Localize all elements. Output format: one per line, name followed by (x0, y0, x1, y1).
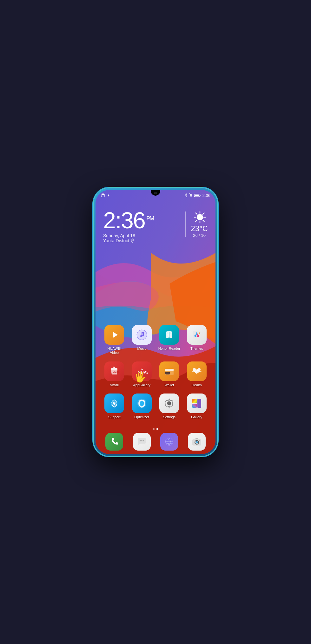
location-icon (130, 238, 134, 243)
svg-rect-3 (102, 194, 104, 195)
status-right-icons: 2:36 (184, 193, 210, 198)
app-appgallery[interactable]: HUAWEI AppGallery 🖐 (131, 361, 153, 387)
app-optimizer[interactable]: Optimizer (131, 394, 153, 419)
wallet-label: Wallet (164, 383, 174, 387)
clock-date: Sunday, April 18 (103, 233, 180, 238)
wallet-icon[interactable] (159, 361, 179, 381)
browser-icon[interactable] (160, 433, 178, 451)
bell-mute-icon (189, 193, 193, 198)
svg-point-24 (197, 335, 199, 337)
settings-icon[interactable] (159, 394, 179, 413)
app-vmall[interactable]: VMALL Vmall (103, 361, 125, 387)
status-time: 2:36 (202, 193, 210, 198)
optimizer-icon[interactable] (132, 394, 152, 413)
front-camera (154, 192, 157, 194)
app-music[interactable]: Music (131, 325, 153, 355)
vmall-label: Vmall (110, 383, 119, 387)
music-label: Music (137, 347, 146, 351)
camera-icon[interactable] (188, 433, 206, 451)
honor-reader-label: Honor Reader (158, 347, 180, 351)
svg-point-36 (140, 440, 141, 441)
app-huawei-video[interactable]: HUAWEI Video (103, 325, 125, 355)
phone-device: 2:36 2:36PM Sunday, April 18 Yanta Distr… (94, 188, 217, 456)
clock-divider (185, 211, 186, 237)
svg-rect-34 (192, 404, 197, 408)
dock-phone[interactable] (105, 433, 123, 451)
dock-messages[interactable] (133, 433, 151, 451)
app-grid: HUAWEI Video Music (96, 325, 215, 426)
svg-rect-4 (102, 196, 103, 196)
svg-text:HUAWEI: HUAWEI (138, 370, 148, 375)
svg-marker-19 (113, 332, 118, 338)
app-honor-reader[interactable]: Honor Reader (158, 325, 180, 355)
vmall-icon[interactable]: VMALL (104, 361, 124, 381)
svg-point-32 (168, 402, 170, 405)
svg-rect-28 (165, 369, 174, 371)
svg-rect-33 (192, 399, 197, 403)
themes-icon[interactable] (187, 325, 207, 345)
dock-camera[interactable] (188, 433, 206, 451)
themes-label: Themes (190, 347, 203, 351)
svg-point-23 (195, 335, 196, 337)
app-row-2: VMALL Vmall HUAWEI AppGallery (101, 361, 210, 387)
status-left-icons (101, 193, 111, 197)
clock-time: 2:36PM (103, 209, 180, 232)
clock-location: Yanta District (103, 238, 180, 243)
battery-icon (194, 193, 201, 197)
app-themes[interactable]: Themes (186, 325, 208, 355)
support-label: Support (108, 415, 121, 419)
page-dot-2[interactable] (156, 428, 158, 430)
svg-line-17 (203, 213, 204, 215)
app-settings[interactable]: Settings (158, 394, 180, 419)
svg-line-18 (196, 220, 197, 222)
svg-rect-30 (165, 372, 170, 373)
appgallery-label: AppGallery (133, 383, 150, 387)
honor-reader-icon[interactable] (159, 325, 179, 345)
svg-rect-35 (197, 399, 201, 408)
dock-browser[interactable] (160, 433, 178, 451)
health-label: Health (192, 383, 202, 387)
weather-temperature: 23°C (191, 224, 208, 233)
messages-icon[interactable] (133, 433, 151, 451)
clock-period: PM (146, 215, 154, 222)
health-icon[interactable] (187, 361, 207, 381)
weather-widget: 23°C 26 / 10 (191, 209, 208, 238)
wifi-icon (106, 193, 111, 197)
svg-point-10 (197, 214, 203, 220)
sim-icon (101, 193, 105, 197)
app-row-1: HUAWEI Video Music (101, 325, 210, 355)
page-dots (96, 428, 215, 430)
phone-icon[interactable] (105, 433, 123, 451)
clock-left: 2:36PM Sunday, April 18 Yanta District (103, 209, 180, 243)
clock-widget: 2:36PM Sunday, April 18 Yanta District (103, 209, 208, 243)
svg-rect-2 (101, 194, 104, 197)
svg-point-38 (143, 440, 144, 441)
bluetooth-icon (184, 193, 188, 198)
svg-rect-8 (195, 195, 199, 196)
svg-point-9 (132, 240, 133, 241)
gallery-label: Gallery (191, 415, 202, 419)
app-support[interactable]: Support (103, 394, 125, 419)
svg-rect-5 (103, 196, 104, 196)
svg-point-45 (199, 440, 200, 441)
phone-screen: 2:36 2:36PM Sunday, April 18 Yanta Distr… (96, 190, 215, 454)
gallery-icon[interactable] (187, 394, 207, 413)
huawei-video-label: HUAWEI Video (103, 347, 125, 355)
app-gallery[interactable]: Gallery (186, 394, 208, 419)
app-health[interactable]: Health (186, 361, 208, 387)
app-row-3: Support Optimizer (101, 394, 210, 419)
appgallery-icon[interactable]: HUAWEI (132, 361, 152, 381)
music-icon[interactable] (132, 325, 152, 345)
settings-label: Settings (163, 415, 175, 419)
svg-text:VMALL: VMALL (113, 371, 120, 374)
support-icon[interactable] (104, 394, 124, 413)
app-wallet[interactable]: Wallet (158, 361, 180, 387)
svg-line-15 (196, 213, 197, 215)
weather-range: 26 / 10 (193, 233, 206, 238)
svg-point-37 (141, 440, 142, 441)
weather-sun-icon (193, 210, 206, 223)
page-dot-1[interactable] (153, 428, 155, 430)
huawei-video-icon[interactable] (104, 325, 124, 345)
optimizer-label: Optimizer (134, 415, 149, 419)
dock (101, 433, 210, 451)
